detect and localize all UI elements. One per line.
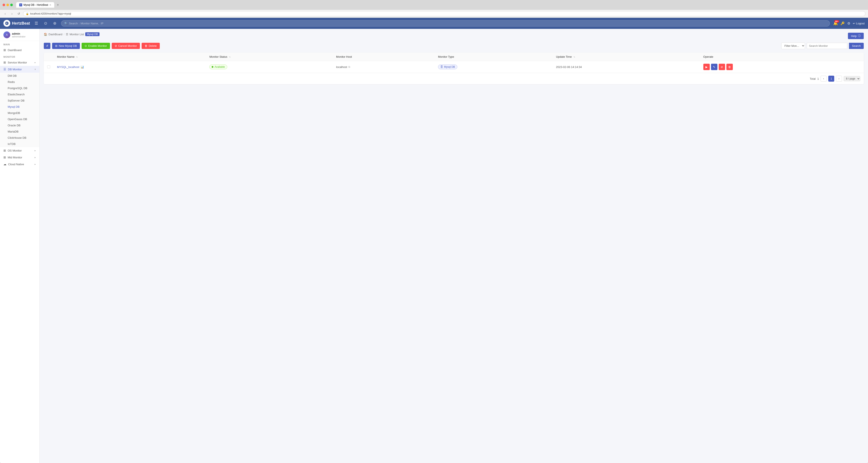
gitee-icon[interactable]: ⊛ — [52, 20, 58, 27]
os-monitor-icon: ⊞ — [3, 149, 6, 152]
back-button[interactable]: ‹ — [3, 11, 8, 16]
sidebar-item-db-monitor[interactable]: ☰ DB Monitor ▾ — [0, 66, 39, 73]
settings-icon[interactable]: ⚙ — [847, 21, 850, 25]
sidebar-item-mid-monitor[interactable]: ⊞ Mid Monitor ▸ — [0, 154, 39, 161]
notification-button[interactable]: 🔔 99+ — [833, 21, 838, 26]
sidebar-subitem-sqlserver[interactable]: SqlServer DB — [0, 97, 39, 104]
delete-icon: 🗑 — [145, 44, 147, 48]
global-search-bar[interactable]: 🔍 — [61, 20, 830, 27]
reload-button[interactable]: ↺ — [16, 11, 21, 16]
enable-monitor-button[interactable]: ⊙ Enable Monitor — [82, 43, 110, 49]
sort-monitor-status-icon[interactable]: ⇅ — [229, 56, 231, 58]
forward-button[interactable]: › — [9, 11, 14, 16]
lock-nav-icon[interactable]: 🔑 — [840, 21, 845, 25]
main-section-title: Main — [0, 41, 39, 47]
tab-close-icon[interactable]: ✕ — [49, 4, 51, 6]
page-1-button[interactable]: 1 — [828, 76, 834, 82]
new-mysql-label: New Mysql DB — [59, 44, 77, 48]
help-label: Help — [851, 34, 857, 38]
delete-button[interactable]: 🗑 Delete — [142, 43, 160, 49]
sidebar-subitem-iotdb[interactable]: IoTDB — [0, 141, 39, 147]
logout-button[interactable]: ↩ Logout — [853, 22, 865, 25]
host-cell: localhost ⧉ — [336, 65, 431, 68]
sidebar-subitem-oracle[interactable]: Oracle DB — [0, 122, 39, 128]
sidebar-subitem-elasticsearch[interactable]: ElasticSearch — [0, 91, 39, 97]
toolbar-right: Filter Mon... Search — [781, 42, 864, 49]
sidebar-subitem-opengauss[interactable]: OpenGauss DB — [0, 116, 39, 122]
table-row: MYSQL_localhost 📊 Available — [44, 61, 864, 73]
breadcrumb: 🏠 DashBoard / ☰ Monitor List Mysql DB — [44, 32, 99, 36]
action-monitor-button[interactable]: ▶ — [703, 64, 710, 70]
checkbox-header — [44, 53, 54, 61]
sidebar-subitem-mongodb[interactable]: MongoDB — [0, 110, 39, 116]
sidebar-item-dashboard-label: DashBoard — [8, 49, 22, 52]
minimize-button[interactable] — [6, 4, 9, 6]
github-icon[interactable]: ⊙ — [43, 20, 49, 27]
menu-toggle-icon[interactable]: ☰ — [33, 20, 39, 27]
update-time-text: 2023-02-06 14:14:34 — [556, 65, 582, 68]
action-cancel-button[interactable]: ⊘ — [719, 64, 725, 70]
sort-update-time-icon[interactable]: ⇅ — [574, 56, 575, 58]
new-tab-button[interactable]: + — [57, 3, 59, 7]
sidebar-item-dashboard[interactable]: ⊞ DashBoard — [0, 47, 39, 53]
sidebar-item-mid-monitor-label: Mid Monitor — [8, 156, 22, 159]
notification-badge: 99+ — [834, 20, 839, 23]
page-size-select[interactable]: 8 / page — [844, 76, 860, 81]
browser-window: H Mysql DB - HertzBeat ✕ + ‹ › ↺ 🔒 local… — [0, 0, 868, 463]
total-count: 1 — [817, 77, 819, 80]
action-delete-button[interactable]: 🗑 — [726, 64, 733, 70]
host-text: localhost — [336, 65, 347, 68]
close-button[interactable] — [3, 4, 5, 6]
main-layout: A admin administrator Main ⊞ DashBoard M… — [0, 29, 868, 463]
next-page-button[interactable]: › — [836, 76, 842, 82]
service-monitor-expand-icon: ▸ — [35, 61, 36, 64]
user-info: A admin administrator — [0, 29, 39, 41]
sidebar-subitem-mariadb[interactable]: MariaDB — [0, 128, 39, 135]
breadcrumb-current-badge: Mysql DB — [85, 32, 99, 36]
logout-label: Logout — [856, 22, 865, 25]
col-monitor-type: Monitor Type — [435, 53, 553, 61]
refresh-button[interactable]: ↺ — [44, 43, 51, 49]
monitor-section-title: Monitor — [0, 53, 39, 59]
table: Monitor Name ⇅ Monitor Status ⇅ Monitor … — [44, 53, 864, 73]
sidebar-subitem-postgresql[interactable]: PostgreSQL DB — [0, 85, 39, 91]
browser-titlebar: H Mysql DB - HertzBeat ✕ + — [0, 0, 868, 10]
prev-page-button[interactable]: ‹ — [820, 76, 827, 82]
topnav: H HertzBeat ☰ ⊙ ⊛ 🔍 🔔 99+ 🔑 ⚙ ↩ Lo — [0, 18, 868, 29]
sort-monitor-name-icon[interactable]: ⇅ — [76, 56, 78, 58]
status-text: Available — [214, 65, 225, 68]
svg-text:H: H — [6, 22, 7, 25]
filter-select[interactable]: Filter Mon... — [781, 42, 805, 49]
sidebar-item-os-monitor[interactable]: ⊞ OS Monitor ▸ — [0, 147, 39, 154]
sidebar-subitem-dm-db[interactable]: DM DB — [0, 73, 39, 79]
maximize-button[interactable] — [10, 4, 13, 6]
breadcrumb-dashboard-link[interactable]: DashBoard — [49, 33, 62, 36]
help-button[interactable]: Help ⓘ — [848, 33, 864, 39]
search-icon: 🔍 — [64, 22, 68, 25]
cancel-monitor-button[interactable]: ⊘ Cancel Monitor — [112, 43, 140, 49]
row-checkbox[interactable] — [47, 65, 50, 68]
mid-monitor-icon: ⊞ — [3, 155, 6, 159]
sidebar-subitem-mysql[interactable]: Mysql DB — [0, 104, 39, 110]
action-buttons: ▶ ✎ ⊘ 🗑 — [703, 64, 860, 70]
global-search-input[interactable] — [69, 22, 827, 25]
sidebar-subitem-redis[interactable]: Redis — [0, 79, 39, 85]
logo-text: HertzBeat — [12, 21, 30, 26]
search-button[interactable]: Search — [849, 43, 864, 49]
sidebar-item-cloud-native[interactable]: ☁ Cloud Native ▸ — [0, 161, 39, 168]
sidebar-subitem-clickhouse[interactable]: ClickHouse DB — [0, 135, 39, 141]
browser-tab[interactable]: H Mysql DB - HertzBeat ✕ — [16, 2, 54, 8]
monitor-name-text: MYSQL_localhost — [57, 65, 79, 68]
tab-favicon: H — [19, 3, 22, 6]
monitor-name-link[interactable]: MYSQL_localhost 📊 — [57, 65, 203, 68]
url-text: localhost:4200/monitors?app=mysql — [30, 12, 71, 15]
search-monitor-input[interactable] — [807, 43, 847, 49]
pagination: Total 1 ‹ 1 › 8 / page — [44, 73, 864, 84]
action-edit-button[interactable]: ✎ — [711, 64, 717, 70]
sidebar-item-service-monitor[interactable]: ⊞ Service Monitor ▸ — [0, 59, 39, 66]
col-operate: Operate — [700, 53, 864, 61]
breadcrumb-monitor-list-link[interactable]: Monitor List — [70, 33, 84, 36]
new-mysql-button[interactable]: ⊞ New Mysql DB — [52, 43, 80, 49]
copy-icon[interactable]: ⧉ — [348, 65, 350, 68]
address-bar[interactable]: 🔒 localhost:4200/monitors?app=mysql — [23, 11, 865, 16]
